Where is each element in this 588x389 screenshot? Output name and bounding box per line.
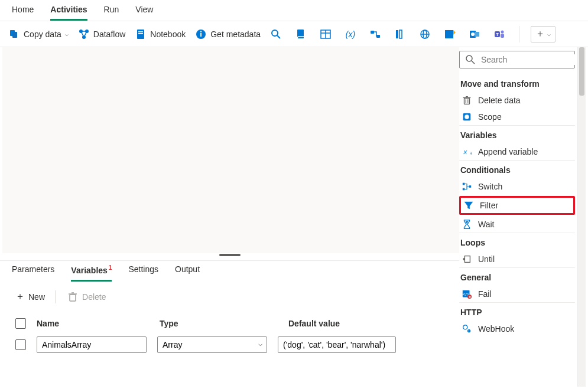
- search-icon: [464, 54, 476, 66]
- stored-procedure-button[interactable]: [394, 28, 410, 40]
- tab-view[interactable]: View: [135, 5, 153, 21]
- select-all-checkbox[interactable]: [15, 318, 26, 329]
- activities-panel: Move and transform Delete data Scope Var…: [459, 47, 575, 389]
- splitter-handle-icon: [219, 254, 241, 256]
- svg-point-49: [468, 118, 470, 120]
- activity-label: Filter: [480, 201, 498, 210]
- activity-webhook[interactable]: WebHook: [459, 321, 575, 337]
- pipeline-canvas-area: Parameters Variables1 Settings Output ＋ …: [0, 47, 459, 389]
- delete-variable-button[interactable]: Delete: [67, 291, 106, 303]
- scrollbar-thumb[interactable]: [579, 47, 584, 96]
- svg-point-48: [464, 118, 466, 120]
- pipeline-canvas[interactable]: [2, 47, 459, 253]
- tab-output[interactable]: Output: [175, 264, 200, 282]
- svg-rect-6: [138, 31, 143, 32]
- row-checkbox[interactable]: [15, 339, 26, 350]
- svg-point-31: [501, 30, 504, 33]
- new-variable-button[interactable]: ＋ New: [15, 290, 45, 303]
- set-variable-button[interactable]: (x): [345, 28, 360, 40]
- activities-search-input[interactable]: [480, 54, 586, 65]
- svg-text:+: +: [470, 151, 473, 156]
- tab-activities[interactable]: Activities: [50, 5, 87, 21]
- variable-name-input[interactable]: [37, 336, 147, 353]
- scope-icon: [462, 112, 472, 122]
- svg-point-37: [466, 55, 472, 61]
- activity-filter[interactable]: Filter: [462, 198, 572, 213]
- variable-type-select[interactable]: Array: [157, 336, 267, 353]
- svg-point-10: [200, 31, 202, 32]
- get-metadata-button[interactable]: Get metadata: [195, 28, 261, 40]
- trash-icon: [462, 95, 472, 106]
- dataflow-button[interactable]: Dataflow: [78, 28, 125, 40]
- svg-point-47: [468, 114, 470, 116]
- section-variables: Variables: [459, 125, 575, 143]
- add-activity-button[interactable]: ＋ ⌵: [531, 26, 555, 43]
- highlight-filter: Filter: [459, 196, 575, 215]
- activity-switch[interactable]: Switch: [459, 178, 575, 195]
- info-icon: [195, 28, 207, 40]
- tab-parameters[interactable]: Parameters: [12, 264, 54, 282]
- tab-variables[interactable]: Variables1: [71, 264, 112, 282]
- semantic-model-button[interactable]: [444, 28, 459, 40]
- activity-fail[interactable]: </>✕ Fail: [459, 286, 575, 302]
- section-move-transform: Move and transform: [459, 74, 575, 92]
- pipeline-activity-button[interactable]: [369, 28, 385, 40]
- variable-default-input[interactable]: [278, 336, 396, 353]
- svg-rect-21: [399, 30, 402, 38]
- outlook-activity-button[interactable]: [469, 28, 484, 40]
- svg-point-46: [464, 114, 466, 116]
- svg-rect-32: [501, 34, 504, 38]
- script-icon: [295, 28, 307, 40]
- col-header-type: Type: [160, 319, 278, 328]
- svg-text:x: x: [463, 148, 467, 155]
- teams-icon: T: [493, 28, 505, 40]
- notebook-button[interactable]: Notebook: [135, 28, 186, 40]
- svg-rect-55: [464, 256, 470, 263]
- procedure-icon: [394, 28, 406, 40]
- activity-label: Switch: [478, 182, 502, 191]
- activity-wait[interactable]: Wait: [459, 216, 575, 233]
- vertical-scrollbar[interactable]: [577, 47, 586, 387]
- svg-line-12: [277, 35, 280, 38]
- activity-label: Fail: [478, 289, 492, 299]
- plus-icon: ＋: [535, 28, 545, 40]
- svg-rect-20: [396, 30, 398, 38]
- chevron-down-icon: ⌵: [65, 31, 69, 37]
- search-activities-button[interactable]: [270, 28, 285, 40]
- variable-icon: (x): [345, 28, 356, 40]
- panel-splitter[interactable]: [0, 253, 459, 260]
- dataflow-label: Dataflow: [93, 30, 125, 39]
- activity-append-variable[interactable]: x+ Append variable: [459, 143, 575, 160]
- svg-rect-39: [464, 98, 470, 104]
- tab-run[interactable]: Run: [104, 5, 119, 21]
- script-activity-button[interactable]: [295, 28, 310, 40]
- bottom-panel-tabs: Parameters Variables1 Settings Output: [0, 261, 459, 282]
- activity-delete-data[interactable]: Delete data: [459, 92, 575, 109]
- activity-label: Scope: [478, 112, 502, 122]
- tab-variables-badge: 1: [109, 264, 112, 271]
- dataflow-icon: [78, 28, 90, 40]
- activity-label: Append variable: [478, 147, 538, 156]
- globe-icon: [419, 28, 431, 40]
- svg-rect-45: [464, 115, 469, 119]
- activity-until[interactable]: Until: [459, 251, 575, 267]
- filter-icon: [463, 200, 474, 211]
- activity-scope[interactable]: Scope: [459, 109, 575, 125]
- activities-search[interactable]: [459, 51, 575, 68]
- svg-rect-5: [137, 30, 144, 39]
- svg-rect-54: [469, 185, 472, 188]
- svg-rect-34: [70, 295, 76, 301]
- outlook-icon: [469, 28, 480, 40]
- search-icon: [270, 28, 282, 40]
- tab-settings[interactable]: Settings: [128, 264, 158, 282]
- teams-activity-button[interactable]: T: [493, 28, 509, 40]
- activities-toolbar: Copy data ⌵ Dataflow Notebook Get metada…: [0, 21, 588, 47]
- chevron-down-icon: ⌵: [547, 31, 551, 37]
- semantic-model-icon: [444, 28, 456, 40]
- get-metadata-label: Get metadata: [210, 30, 261, 39]
- lookup-activity-button[interactable]: [320, 28, 335, 40]
- tab-home[interactable]: Home: [12, 5, 34, 21]
- copy-data-button[interactable]: Copy data ⌵: [8, 28, 69, 40]
- web-activity-button[interactable]: [419, 28, 434, 40]
- svg-marker-26: [453, 30, 456, 35]
